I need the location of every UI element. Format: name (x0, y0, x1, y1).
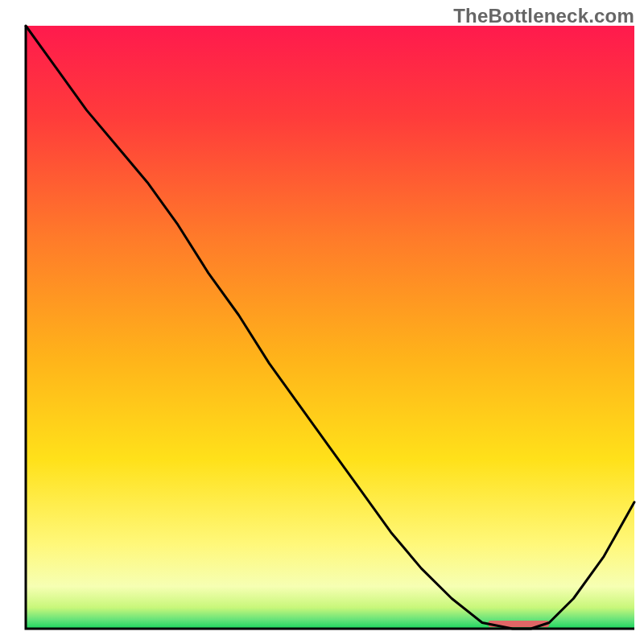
bottleneck-chart (0, 0, 644, 644)
watermark-text: TheBottleneck.com (453, 5, 634, 27)
chart-canvas: TheBottleneck.com (0, 0, 644, 644)
plot-background (26, 26, 634, 629)
